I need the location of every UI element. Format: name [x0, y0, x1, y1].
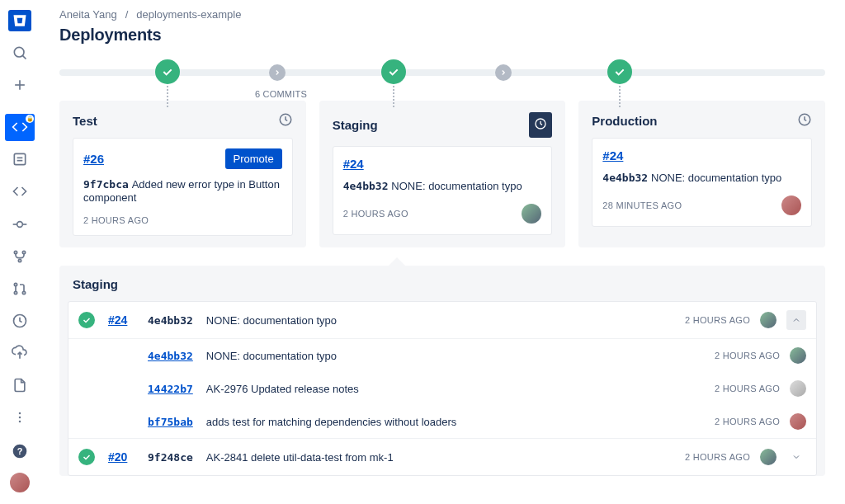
svg-point-18	[19, 421, 21, 423]
svg-point-10	[14, 251, 17, 253]
pipelines-icon[interactable]	[5, 307, 35, 334]
svg-point-13	[14, 283, 17, 285]
svg-point-12	[18, 259, 21, 261]
env-card-production: Production #24 4e4bb32 NONE: documentati…	[578, 101, 825, 247]
pipeline-node-production[interactable]	[607, 59, 632, 84]
breadcrumb-owner[interactable]: Aneita Yang	[59, 8, 117, 21]
deployments-icon[interactable]	[5, 340, 35, 367]
env-title: Staging	[333, 118, 378, 132]
time-ago: 2 HOURS AGO	[685, 315, 750, 325]
commit-hash-link[interactable]: 4e4bb32	[148, 350, 193, 362]
more-icon[interactable]	[5, 404, 35, 431]
deployment-row[interactable]: #20 9f248ce AK-2841 delete util-data-tes…	[68, 439, 816, 475]
profile-avatar[interactable]	[10, 473, 30, 492]
time-ago: 2 HOURS AGO	[83, 215, 149, 225]
overview-icon[interactable]	[5, 146, 35, 173]
deployment-number[interactable]: #20	[108, 450, 135, 464]
main-content: Aneita Yang / deployments-example Deploy…	[40, 0, 845, 504]
svg-point-16	[19, 412, 21, 415]
env-title: Test	[73, 114, 97, 128]
history-icon[interactable]	[529, 112, 552, 138]
breadcrumb: Aneita Yang / deployments-example	[59, 8, 825, 21]
svg-point-0	[14, 48, 24, 58]
commit-hash: 9f7cbca	[83, 178, 129, 191]
env-title: Production	[592, 114, 657, 128]
branches-icon[interactable]	[5, 243, 35, 270]
commit-message: NONE: documentation typo	[651, 172, 781, 184]
commit-row: 4e4bb32 NONE: documentation typo 2 HOURS…	[68, 339, 816, 372]
promote-button[interactable]: Promote	[225, 148, 282, 169]
avatar[interactable]	[790, 347, 806, 364]
commit-row: 14422b7 AK-2976 Updated release notes 2 …	[68, 372, 816, 405]
deployment-number[interactable]: #24	[602, 148, 623, 163]
env-card-staging: Staging #24 4e4bb32 NONE: documentation …	[319, 101, 566, 247]
deployment-pipeline: 6 COMMITS	[59, 59, 825, 97]
create-icon[interactable]	[5, 72, 35, 99]
svg-point-7	[17, 221, 23, 227]
time-ago: 28 MINUTES AGO	[602, 200, 682, 210]
page-title: Deployments	[59, 26, 825, 45]
pipeline-arrow	[495, 64, 512, 81]
time-ago: 2 HOURS AGO	[715, 351, 780, 360]
help-icon[interactable]: ?	[5, 436, 35, 466]
code-icon[interactable]	[5, 178, 35, 205]
commit-message: NONE: documentation typo	[206, 314, 337, 327]
avatar[interactable]	[760, 312, 777, 328]
commit-row: bf75bab adds test for matching dependenc…	[68, 405, 816, 439]
deployment-history-panel: Staging #24 4e4bb32 NONE: documentation …	[59, 266, 825, 476]
detail-title: Staging	[59, 267, 825, 301]
avatar[interactable]	[790, 380, 806, 397]
history-icon[interactable]	[278, 112, 293, 130]
deployment-row[interactable]: #24 4e4bb32 NONE: documentation typo 2 H…	[68, 302, 816, 339]
time-ago: 2 HOURS AGO	[343, 209, 408, 219]
svg-text:?: ?	[17, 446, 23, 456]
commit-hash-link[interactable]: bf75bab	[148, 416, 193, 428]
avatar[interactable]	[790, 413, 806, 430]
commit-hash: 9f248ce	[148, 451, 193, 464]
status-success-icon	[78, 312, 95, 328]
global-sidebar: 🔒 ?	[0, 0, 40, 504]
lock-icon: 🔒	[26, 115, 34, 123]
history-icon[interactable]	[797, 112, 812, 130]
search-icon[interactable]	[5, 40, 35, 67]
svg-point-14	[14, 291, 17, 294]
svg-point-11	[22, 251, 25, 253]
commit-hash: 4e4bb32	[148, 314, 193, 327]
expand-button[interactable]	[786, 447, 806, 467]
collapse-button[interactable]	[786, 310, 806, 330]
svg-line-1	[22, 56, 26, 59]
time-ago: 2 HOURS AGO	[715, 384, 780, 393]
commits-count-label: 6 COMMITS	[255, 89, 307, 99]
commit-hash: 4e4bb32	[343, 180, 389, 192]
svg-rect-4	[14, 154, 25, 165]
pipeline-node-staging[interactable]	[381, 59, 406, 84]
commits-icon[interactable]	[5, 210, 35, 238]
environment-cards: Test #26 Promote 9f7cbca Added new error…	[59, 101, 825, 247]
bitbucket-logo[interactable]	[8, 10, 31, 31]
commit-message: AK-2841 delete util-data-test from mk-1	[206, 451, 394, 464]
pipeline-arrow	[269, 64, 286, 81]
avatar[interactable]	[781, 195, 801, 215]
commit-hash-link[interactable]: 14422b7	[148, 383, 193, 395]
source-icon[interactable]: 🔒	[5, 114, 35, 141]
breadcrumb-repo[interactable]: deployments-example	[136, 8, 241, 21]
deployment-number[interactable]: #24	[108, 313, 135, 327]
commit-message: AK-2976 Updated release notes	[206, 383, 359, 395]
status-success-icon	[78, 449, 95, 465]
pull-requests-icon[interactable]	[5, 275, 35, 302]
deployment-number[interactable]: #24	[343, 157, 364, 171]
commit-message: adds test for matching dependencies with…	[206, 416, 457, 428]
commit-message: NONE: documentation typo	[206, 350, 337, 362]
commit-hash: 4e4bb32	[602, 172, 648, 184]
time-ago: 2 HOURS AGO	[685, 452, 750, 462]
avatar[interactable]	[522, 204, 541, 224]
env-card-test: Test #26 Promote 9f7cbca Added new error…	[59, 101, 306, 247]
deployment-number[interactable]: #26	[83, 152, 104, 166]
svg-point-17	[19, 417, 21, 419]
avatar[interactable]	[760, 449, 777, 465]
commit-message: NONE: documentation typo	[391, 180, 522, 192]
time-ago: 2 HOURS AGO	[715, 417, 780, 426]
svg-point-15	[22, 291, 25, 294]
downloads-icon[interactable]	[5, 372, 35, 399]
pipeline-node-test[interactable]	[155, 59, 180, 84]
